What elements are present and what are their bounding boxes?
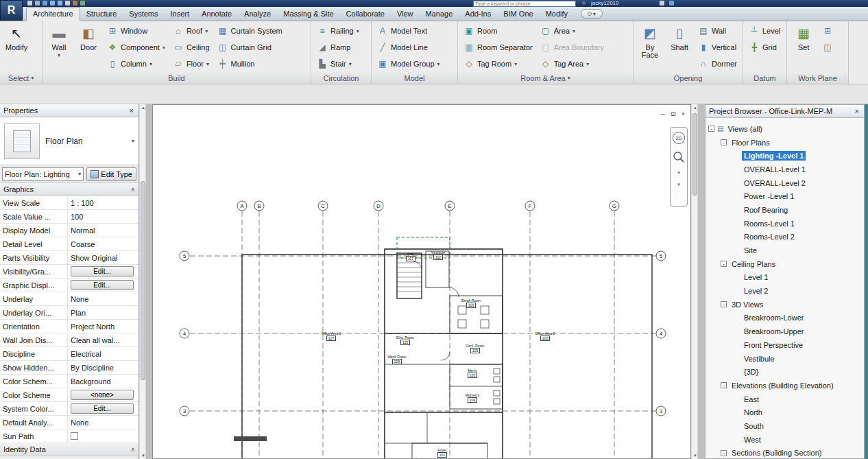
type-selector[interactable]: Floor Plan ▾ — [0, 117, 138, 165]
show-workplane-button[interactable]: ⊞ — [819, 23, 836, 39]
property-value[interactable] — [68, 429, 138, 443]
ribbon-tab-annotate[interactable]: Annotate — [195, 8, 238, 21]
tree-expand-toggle[interactable]: - — [721, 301, 727, 307]
sun-path-checkbox[interactable] — [71, 432, 78, 440]
application-menu-button[interactable]: R — [0, 0, 23, 21]
datum-panel-label[interactable]: Datum — [743, 72, 786, 84]
ramp-button[interactable]: ◢Ramp — [313, 39, 363, 56]
curtain-system-button[interactable]: ▦Curtain System — [214, 23, 286, 39]
column-button[interactable]: ▯Column▾ — [104, 56, 169, 72]
wall-button[interactable]: ▬Wall▾ — [45, 23, 73, 71]
zoom-icon[interactable] — [673, 151, 685, 163]
tree-item[interactable]: Level 2 — [706, 284, 864, 298]
property-value[interactable]: None — [68, 292, 138, 305]
area-button[interactable]: ▢Area▾ — [537, 23, 607, 39]
drawing-area[interactable]: ABCDEFG554433 — [152, 104, 691, 459]
window-button[interactable]: ⊞Window — [104, 23, 169, 39]
model-text-button[interactable]: AModel Text — [374, 23, 444, 39]
tree-item[interactable]: -Sections (Building Section) — [706, 447, 864, 459]
level-button[interactable]: ┴Level — [745, 23, 784, 39]
model-group-button[interactable]: ▣Model Group▾ — [374, 56, 444, 72]
window-close-button[interactable]: × — [682, 110, 685, 117]
property-edit-button[interactable]: Edit... — [71, 280, 134, 290]
signed-in-user[interactable]: jacky12010 — [591, 0, 618, 6]
measure-icon[interactable] — [73, 1, 77, 5]
tree-expand-toggle[interactable]: - — [721, 261, 727, 267]
vertical-button[interactable]: ▮Vertical — [695, 39, 740, 56]
ribbon-tab-structure[interactable]: Structure — [80, 8, 123, 21]
ribbon-tab-view[interactable]: View — [391, 8, 420, 21]
properties-scrollbar[interactable]: ▲ ▼ — [139, 104, 146, 459]
workplane-panel-label[interactable]: Work Plane — [787, 72, 848, 84]
scrollbar-thumb[interactable] — [141, 181, 145, 380]
scroll-up-arrow-icon[interactable]: ▲ — [692, 104, 699, 111]
property-edit-button[interactable]: Edit... — [71, 403, 134, 414]
wall-opening-button[interactable]: ▤Wall — [695, 23, 740, 39]
tree-expand-toggle[interactable]: - — [721, 139, 727, 145]
scrollbar-thumb[interactable] — [692, 113, 697, 196]
property-value[interactable]: Plan — [68, 306, 138, 319]
tree-item[interactable]: East — [706, 392, 864, 406]
sync-icon[interactable] — [43, 1, 47, 5]
tree-expand-toggle[interactable]: - — [708, 126, 714, 132]
window-restore-button[interactable]: ⊡ — [671, 110, 676, 117]
property-edit-button[interactable]: <none> — [71, 390, 134, 400]
tree-item[interactable]: Vestibule — [706, 352, 864, 366]
grid-button[interactable]: ╋Grid — [745, 39, 784, 56]
edit-type-button[interactable]: Edit Type — [86, 167, 136, 181]
curtain-grid-button[interactable]: ◫Curtain Grid — [214, 39, 286, 56]
tag-room-button[interactable]: ◇Tag Room▾ — [460, 56, 536, 72]
tree-item[interactable]: -3D Views — [706, 298, 864, 311]
tree-item[interactable]: Site — [706, 244, 864, 257]
tree-item[interactable]: Front Perspective — [706, 338, 864, 352]
scroll-up-arrow-icon[interactable]: ▲ — [140, 104, 147, 111]
tree-item[interactable]: OVERALL-Level 1 — [706, 163, 864, 176]
model-panel-label[interactable]: Model — [372, 72, 457, 84]
build-panel-label[interactable]: Build — [43, 72, 311, 84]
tree-item[interactable]: -Elevations (Building Elevation) — [706, 379, 864, 392]
undo-icon[interactable] — [50, 1, 55, 5]
property-value[interactable]: Background — [68, 375, 138, 388]
ribbon-tab-bim-one[interactable]: BIM One — [497, 8, 539, 21]
roof-button[interactable]: ⌂Roof▾ — [169, 23, 213, 39]
by-face-button[interactable]: ◩By Face — [636, 23, 664, 71]
tree-expand-toggle[interactable]: - — [721, 382, 727, 388]
window-minimize-button[interactable]: ─ — [661, 110, 665, 117]
door-button[interactable]: ◧Door — [74, 23, 103, 71]
tree-item[interactable]: Rooms-Level 1 — [706, 217, 864, 231]
tree-item[interactable]: North — [706, 405, 864, 419]
ribbon-tab-manage[interactable]: Manage — [420, 8, 459, 21]
tree-item[interactable]: Lighting -Level 1 — [706, 149, 864, 163]
ribbon-tab-systems[interactable]: Systems — [123, 8, 164, 21]
property-value[interactable]: Edit... — [68, 265, 138, 278]
property-value[interactable]: Project North — [68, 320, 138, 333]
chevron-down-icon[interactable]: ▾ — [677, 170, 680, 175]
property-edit-button[interactable]: Edit... — [71, 266, 134, 276]
help-icon[interactable] — [669, 1, 674, 5]
ribbon-tab-architecture[interactable]: Architecture — [26, 7, 80, 21]
save-icon[interactable] — [35, 1, 40, 5]
tree-item[interactable]: Rooms-Level 2 — [706, 231, 864, 244]
room-separator-button[interactable]: ▥Room Separator — [460, 39, 536, 56]
chevron-down-icon[interactable]: ▾ — [677, 182, 680, 187]
graphics-section-header[interactable]: Graphics ∧ — [0, 183, 138, 196]
tree-item[interactable]: Level 1 — [706, 271, 864, 285]
stair-button[interactable]: ▙Stair▾ — [313, 56, 363, 72]
property-value[interactable]: <none> — [68, 388, 138, 401]
view-selector-combo[interactable]: Floor Plan: Lighting ▾ — [2, 167, 84, 181]
print-icon[interactable] — [65, 1, 70, 5]
workplane-viewer-button[interactable]: ◫ — [819, 39, 836, 56]
steering-wheel-2d-icon[interactable]: 2D — [673, 132, 685, 144]
component-button[interactable]: ❖Component▾ — [104, 39, 169, 56]
tag-area-button[interactable]: ◇Tag Area▾ — [537, 56, 607, 72]
tree-item[interactable]: -▤Views (all) — [706, 122, 864, 136]
redo-icon[interactable] — [58, 1, 62, 5]
search-input[interactable] — [473, 1, 576, 7]
property-value[interactable]: 1 : 100 — [68, 196, 138, 209]
tree-item[interactable]: OVERALL-Level 2 — [706, 176, 864, 190]
ribbon-tab-collaborate[interactable]: Collaborate — [340, 8, 391, 21]
room-area-panel-label[interactable]: Room & Area▾ — [458, 72, 633, 84]
property-value[interactable]: Normal — [68, 224, 138, 237]
property-value[interactable]: By Discipline — [68, 361, 138, 374]
tree-item[interactable]: -Floor Plans — [706, 136, 864, 150]
